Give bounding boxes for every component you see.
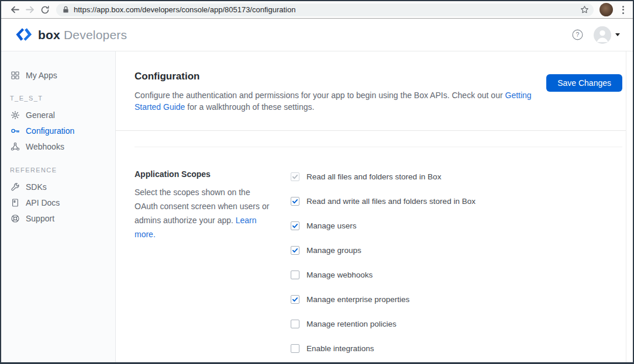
scope-label: Read and write all files and folders sto… [306,197,475,206]
save-changes-button[interactable]: Save Changes [546,74,622,92]
account-menu[interactable] [594,26,620,44]
scope-checkbox[interactable] [291,295,299,304]
user-avatar [594,26,611,44]
help-button[interactable]: ? [572,29,583,40]
scope-row[interactable]: Manage groups [291,242,626,258]
url-text[interactable]: https://app.box.com/developers/console/a… [74,5,580,14]
scope-label: Manage retention policies [306,320,397,328]
forward-arrow-icon [25,5,35,15]
sidebar: My Apps T_E_S_T General Configuration W [1,51,116,362]
browser-profile-avatar[interactable] [599,3,613,16]
page-description: Configure the authentication and permiss… [135,89,547,113]
scope-row[interactable]: Read and write all files and folders sto… [291,193,626,209]
scope-row[interactable]: Manage users [291,217,626,234]
document-icon [10,198,20,207]
application-scopes-section: Application Scopes Select the scopes sho… [135,168,626,362]
sidebar-item-support[interactable]: Support [1,210,115,226]
lock-icon [63,6,69,13]
sidebar-item-label: Configuration [26,126,74,136]
sidebar-section-app-name: T_E_S_T [1,93,115,103]
scopes-description: Select the scopes shown on the OAuth con… [135,185,275,241]
sidebar-item-label: SDKs [26,182,47,192]
sidebar-item-configuration[interactable]: Configuration [1,123,115,138]
scope-checkbox[interactable] [291,197,299,206]
scrollbar-gutter[interactable] [626,51,633,362]
grid-icon [10,71,20,80]
scope-row[interactable]: Read all files and folders stored in Box [291,168,626,185]
gear-icon [10,110,20,120]
sidebar-item-label: Support [26,214,54,223]
scope-row[interactable]: Manage retention policies [291,316,626,332]
brand-text: box Developers [38,28,127,42]
scopes-checkbox-list: Read all files and folders stored in Box… [291,168,626,362]
browser-menu-button[interactable] [618,4,628,16]
scopes-heading: Application Scopes [135,168,275,180]
sidebar-item-webhooks[interactable]: Webhooks [1,138,115,154]
scope-label: Manage groups [306,246,361,255]
help-circle-icon: ? [572,29,583,40]
app-header: box Developers ? [1,19,633,51]
back-arrow-icon [10,5,20,15]
browser-window: https://app.box.com/developers/console/a… [0,0,634,364]
scope-row[interactable]: Enable integrations [291,340,626,356]
reload-button[interactable] [37,2,53,18]
sidebar-item-label: Webhooks [26,142,64,151]
scope-checkbox[interactable] [291,221,299,230]
reload-icon [40,5,50,15]
scope-label: Manage webhooks [306,271,373,279]
scope-checkbox[interactable] [291,320,299,328]
box-developers-logo[interactable]: box Developers [15,28,127,42]
scope-label: Enable integrations [306,344,374,353]
bookmark-star-button[interactable] [580,5,589,14]
main-content: Configuration Configure the authenticati… [116,51,626,362]
sidebar-section-reference: REFERENCE [1,165,115,175]
scope-checkbox[interactable] [291,246,299,255]
chevron-down-icon [615,33,620,36]
forward-button[interactable] [22,2,37,18]
scope-row[interactable]: Manage webhooks [291,266,626,283]
scope-label: Manage users [306,221,357,230]
sidebar-item-label: API Docs [26,198,60,207]
scope-checkbox[interactable] [291,344,299,353]
star-icon [580,5,589,14]
scope-checkbox[interactable] [291,172,299,181]
lifebuoy-icon [10,214,20,223]
sidebar-item-sdks[interactable]: SDKs [1,179,115,195]
scope-checkbox[interactable] [291,271,299,279]
scope-label: Read all files and folders stored in Box [306,172,441,181]
scope-row[interactable]: Manage enterprise properties [291,291,626,307]
sidebar-item-label: General [26,110,55,120]
url-bar[interactable]: https://app.box.com/developers/console/a… [56,4,594,16]
section-divider [135,147,622,147]
wrench-icon [10,182,20,192]
person-silhouette-icon [594,26,611,44]
sidebar-item-api-docs[interactable]: API Docs [1,195,115,210]
back-button[interactable] [7,2,22,18]
sidebar-item-label: My Apps [26,71,57,80]
browser-toolbar: https://app.box.com/developers/console/a… [1,1,633,19]
svg-text:?: ? [576,31,580,38]
nodes-icon [10,142,20,151]
sidebar-item-general[interactable]: General [1,107,115,123]
box-logo-icon [15,28,33,41]
scope-label: Manage enterprise properties [306,295,409,304]
key-icon [10,126,20,136]
sidebar-item-my-apps[interactable]: My Apps [1,67,115,84]
